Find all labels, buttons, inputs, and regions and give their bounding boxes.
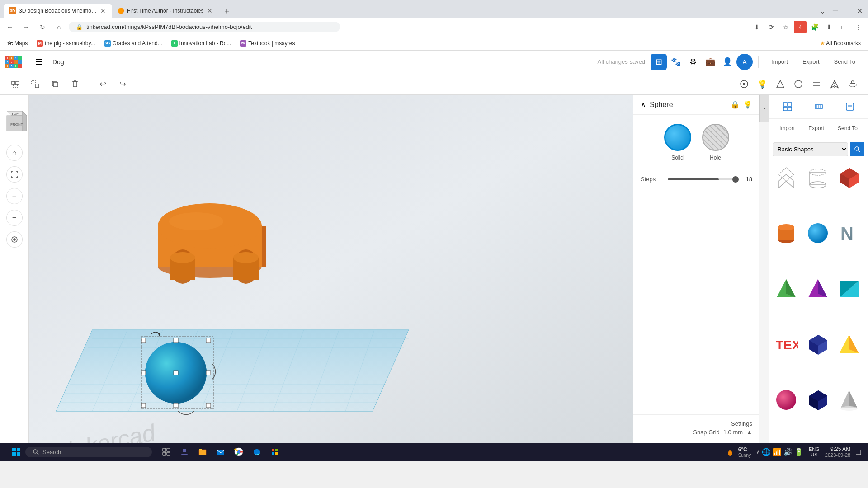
minimize-button[interactable]: ─ [831,5,840,17]
clock-widget[interactable]: 9:25 AM 2023-09-28 [825,446,850,458]
volume-icon[interactable]: 🔊 [783,448,793,456]
extensions-button[interactable]: ⬇ [750,21,763,33]
notification-button[interactable]: □ [856,447,861,457]
edge-button[interactable] [250,445,264,459]
mirror-button[interactable] [826,76,843,92]
align-button[interactable] [808,76,825,92]
redo-button[interactable]: ↪ [114,76,131,92]
tab-1[interactable]: 3D 3D design Bodacious Vihelmo-B... ✕ [4,4,112,18]
shape-red-box[interactable] [835,164,863,191]
forward-button[interactable]: → [20,21,33,33]
tab2-close[interactable]: ✕ [206,6,213,15]
import-button[interactable]: Import [764,56,795,68]
duplicate-button[interactable] [47,76,63,92]
puzzle-button[interactable]: 🧩 [808,21,821,33]
taskbar-search[interactable]: Search [25,447,152,457]
menu-icon[interactable]: ☰ [31,54,47,70]
zoom-out-button[interactable]: − [6,210,23,226]
undo-button[interactable]: ↩ [94,76,111,92]
shape-magenta-sphere[interactable] [773,386,800,413]
zoom-in-button[interactable]: + [6,188,23,204]
group-button[interactable] [7,76,24,92]
shapes-search-button[interactable] [850,142,864,156]
send-to-button[interactable]: Send To [827,56,863,68]
import-action[interactable]: Import [774,122,800,134]
zoom-fit-button[interactable] [6,231,23,248]
bookmark-textbook[interactable]: wx Textbook | msayres [236,39,298,47]
paw-button[interactable]: 🐾 [668,54,684,70]
taskview-button[interactable] [159,445,174,459]
settings-button[interactable]: ⚙ [685,54,701,70]
ruler-panel-tab[interactable] [804,99,833,115]
bookmark-innovation[interactable]: T Innovation Lab - Ro... [168,39,235,47]
shape-green-pyramid[interactable] [773,275,800,302]
user-button[interactable]: 👤 [719,54,736,70]
steps-slider[interactable] [668,178,736,180]
network-icon[interactable]: 🌐 [762,448,771,456]
shape-teal-wedge[interactable] [835,275,863,302]
circle-tool-button[interactable] [790,76,807,92]
avatar-button[interactable]: A [736,54,753,70]
teams-button[interactable] [177,445,192,459]
tray-up-arrow[interactable]: ∧ [756,449,760,455]
tab-list-button[interactable]: ⌄ [818,5,827,17]
panel-collapse-arrow[interactable]: › [760,95,769,122]
download-button[interactable]: ⬇ [823,21,835,33]
url-bar[interactable]: 🔒 tinkercad.com/things/kPssPtM7dBl-bodac… [69,22,340,32]
grid-panel-tab[interactable] [773,99,802,115]
maximize-button[interactable]: □ [843,5,851,17]
send-to-action[interactable]: Send To [832,122,863,134]
shape-purple-pyramid[interactable] [804,275,831,302]
shape-cylinder-hole[interactable] [804,164,831,191]
mail-button[interactable] [213,445,228,459]
view-cube[interactable]: FRONT TOP [0,102,31,138]
shape-blue-sphere[interactable] [804,220,831,247]
shape-tool-button[interactable] [772,76,788,92]
tab-2[interactable]: 🟠 First Time Author - Instructables ✕ [112,4,219,18]
shape-navy-cube[interactable] [804,331,831,358]
shape-n[interactable]: N [835,220,863,247]
battery-icon[interactable]: 🔋 [794,448,803,456]
profile-button[interactable]: ⟳ [765,21,778,33]
split-button[interactable]: ⊏ [837,21,850,33]
export-button[interactable]: Export [795,56,827,68]
home-view-button[interactable]: ⌂ [6,145,23,161]
briefcase-button[interactable]: 💼 [702,54,718,70]
shape-orange-cylinder[interactable] [773,220,800,247]
store-button[interactable] [268,445,282,459]
star-button[interactable]: ☆ [779,21,792,33]
new-tab-button[interactable]: ＋ [221,5,233,17]
solid-option[interactable]: Solid [664,124,691,161]
collapse-props-button[interactable]: ∧ [641,100,646,109]
shapes-category-select[interactable]: Basic Shapes [773,142,848,156]
settings-link[interactable]: Settings [641,420,752,427]
canvas-area[interactable]: tinkercad [29,95,633,443]
shape-text[interactable]: TEXT [773,331,800,358]
start-button[interactable] [7,445,25,459]
shape-dark-box[interactable] [804,386,831,413]
hole-option[interactable]: Hole [702,124,729,161]
steps-slider-thumb[interactable] [732,176,739,183]
ungroup-button[interactable] [27,76,43,92]
adblock-button[interactable]: 4 [794,21,807,33]
bookmark-pig[interactable]: M the pig - samuelrby... [33,39,99,47]
notes-panel-tab[interactable] [835,99,864,115]
view-point-button[interactable] [736,76,752,92]
shape-box-hole[interactable] [773,164,800,191]
weather-widget[interactable]: 6°C Sunny [725,446,751,458]
lightbulb-icon[interactable]: 💡 [743,100,752,109]
locale-widget[interactable]: ENG US [809,446,820,457]
fit-view-button[interactable] [6,166,23,183]
shape-gray-cone[interactable] [835,386,863,413]
bookmark-maps[interactable]: 🗺 Maps [4,39,31,47]
all-bookmarks-button[interactable]: ★ All Bookmarks [816,39,864,47]
menu-button[interactable]: ⋮ [852,21,864,33]
refresh-button[interactable]: ↻ [36,21,49,33]
grid-view-button[interactable]: ⊞ [651,54,667,70]
explorer-button[interactable] [195,445,210,459]
chrome-button[interactable] [231,445,246,459]
close-button[interactable]: ✕ [855,5,864,17]
lock-icon[interactable]: 🔒 [731,100,740,109]
workplane-button[interactable] [844,76,861,92]
back-button[interactable]: ← [4,21,16,33]
